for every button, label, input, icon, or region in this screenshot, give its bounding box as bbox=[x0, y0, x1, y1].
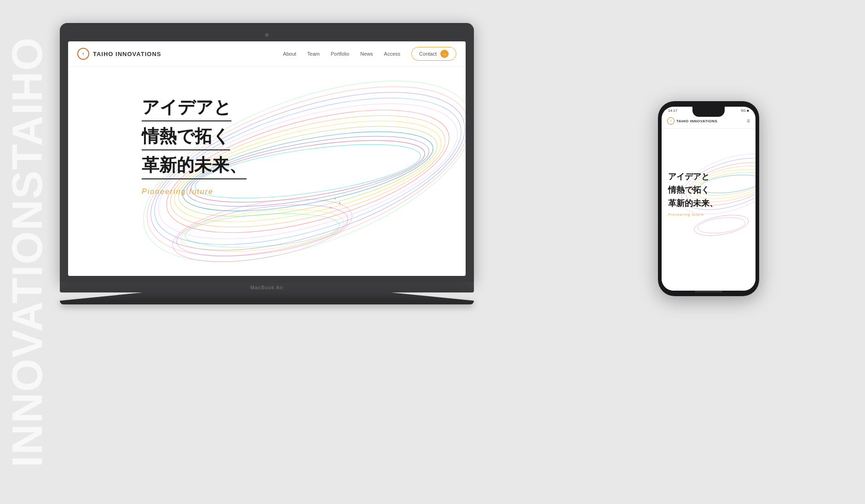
hero-line3: 革新的未来、 bbox=[142, 152, 247, 179]
contact-button[interactable]: Contact → bbox=[411, 47, 456, 61]
laptop-camera bbox=[265, 33, 269, 37]
hero-text-block: アイデアと 情熱で拓く 革新的未来、 Pioneering future bbox=[142, 94, 247, 196]
nav-news[interactable]: News bbox=[360, 51, 373, 57]
hero-line2: 情熱で拓く bbox=[142, 123, 230, 150]
svg-point-20 bbox=[344, 194, 345, 195]
logo-text: TAIHO INNOVATIONS bbox=[93, 51, 161, 57]
phone-logo-text: TAIHO INNOVATIONS bbox=[676, 119, 717, 123]
hero-line1: アイデアと bbox=[142, 94, 231, 121]
website-nav: About Team Portfolio News Access Contact… bbox=[283, 47, 456, 61]
phone-hero-text: アイデアと 情熱で拓く 革新的未来、 Pioneering future bbox=[668, 170, 718, 217]
phone-home-indicator bbox=[695, 291, 722, 292]
phone-body: 14:17 5G ■ T TAIHO INNOVATIONS ≡ bbox=[658, 101, 759, 296]
phone-logo-icon: T bbox=[667, 117, 675, 125]
laptop-stand bbox=[60, 292, 474, 301]
laptop-label: MacBook Air bbox=[250, 285, 284, 290]
phone-mockup: 14:17 5G ■ T TAIHO INNOVATIONS ≡ bbox=[658, 101, 759, 296]
phone-screen: 14:17 5G ■ T TAIHO INNOVATIONS ≡ bbox=[662, 107, 755, 291]
hero-subtitle: Pioneering future bbox=[142, 188, 247, 196]
contact-label: Contact bbox=[419, 51, 437, 57]
laptop-body: T TAIHO INNOVATIONS About Team Portfolio… bbox=[60, 23, 474, 282]
phone-hero-line2: 情熱で拓く bbox=[668, 183, 718, 197]
swirl-decoration bbox=[68, 67, 466, 276]
contact-arrow-icon: → bbox=[440, 50, 449, 58]
logo-icon: T bbox=[77, 48, 89, 60]
laptop-foot bbox=[60, 301, 474, 304]
website-logo: T TAIHO INNOVATIONS bbox=[77, 48, 161, 60]
svg-point-19 bbox=[330, 207, 331, 208]
svg-point-14 bbox=[173, 196, 351, 265]
phone-hero-line3: 革新的未来、 bbox=[668, 197, 718, 210]
phone-hero-subtitle: Pioneering future bbox=[668, 212, 718, 217]
nav-access[interactable]: Access bbox=[384, 51, 400, 57]
nav-team[interactable]: Team bbox=[307, 51, 320, 57]
laptop-base: MacBook Air bbox=[60, 282, 474, 292]
laptop-mockup: T TAIHO INNOVATIONS About Team Portfolio… bbox=[60, 23, 474, 304]
phone-logo: T TAIHO INNOVATIONS bbox=[667, 117, 717, 125]
svg-point-17 bbox=[334, 198, 336, 200]
website-header: T TAIHO INNOVATIONS About Team Portfolio… bbox=[68, 41, 466, 67]
phone-notch bbox=[692, 107, 725, 117]
website-hero: アイデアと 情熱で拓く 革新的未来、 Pioneering future bbox=[68, 67, 466, 276]
laptop-screen: T TAIHO INNOVATIONS About Team Portfolio… bbox=[68, 41, 466, 276]
laptop-camera-bar bbox=[68, 31, 466, 39]
svg-point-29 bbox=[697, 215, 746, 235]
phone-hero-line1: アイデアと bbox=[668, 170, 718, 183]
phone-hero: アイデアと 情熱で拓く 革新的未来、 Pioneering future bbox=[662, 129, 755, 291]
phone-time: 14:17 bbox=[668, 109, 677, 113]
svg-point-18 bbox=[339, 202, 340, 204]
main-container: T TAIHO INNOVATIONS About Team Portfolio… bbox=[0, 0, 865, 504]
hamburger-icon[interactable]: ≡ bbox=[747, 118, 750, 124]
nav-about[interactable]: About bbox=[283, 51, 296, 57]
phone-signal: 5G ■ bbox=[741, 109, 749, 113]
nav-portfolio[interactable]: Portfolio bbox=[331, 51, 349, 57]
